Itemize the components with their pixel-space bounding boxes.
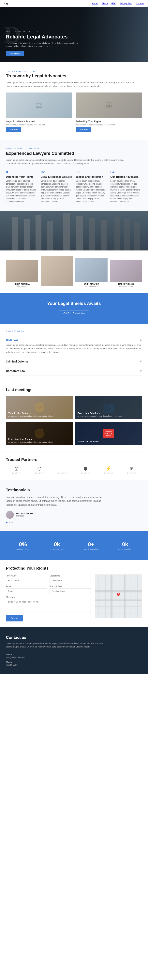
services-tag: OUR SERVICES	[6, 330, 142, 332]
nav-logo: logo	[4, 2, 9, 5]
email-label: Email	[6, 585, 47, 587]
message-input[interactable]	[6, 599, 91, 613]
first-name-label: First Name	[6, 574, 47, 577]
form-row-1: First Name Last Name	[6, 574, 91, 583]
meeting-card-4: MARCHFOR OURLIVES March For Our Lives	[75, 422, 142, 445]
team-member-2	[41, 256, 73, 287]
partner-name-3: CONTACT	[56, 472, 70, 474]
contact-desc: Lorem ipsum dolor sit amet, consectetur …	[6, 642, 105, 649]
protecting-title: Protecting Your Rights	[6, 566, 142, 571]
exp-text-1: Lorem ipsum dolor sit amet, consectetur …	[6, 180, 38, 203]
testimonial-text: Lorem ipsum dolor sit amet, consectetur …	[6, 495, 105, 507]
exp-text-2: Lorem ipsum dolor sit amet, consectetur …	[41, 180, 73, 203]
meeting-desc-3: At vero eos et accusam et justo duo dolo…	[8, 441, 70, 444]
team-role-3: Sales Manager	[75, 285, 108, 287]
nav-pricing[interactable]: Pricing Plan	[120, 2, 132, 5]
exp-item-4: 04 Our Trusted Advocates Lorem ipsum dol…	[110, 170, 142, 203]
shield-title: Your Legal Shields Awaits	[6, 301, 142, 306]
meeting-title-2: Expert Law Solutions	[78, 412, 140, 414]
card-1-btn[interactable]: Read More	[6, 127, 21, 132]
partner-icon-3: ⌗	[56, 466, 70, 471]
stat-label-3: Award Recognition	[76, 548, 106, 550]
shield-consultation-btn[interactable]: Get Free Consultation	[59, 310, 89, 317]
svg-rect-15	[110, 574, 112, 618]
meeting-desc-2: At vero eos et accusam et justo duo dolo…	[78, 415, 140, 417]
meeting-content-4: March For Our Lives	[78, 441, 140, 443]
submit-btn[interactable]: Submit	[6, 615, 23, 622]
contact-phone: Phone +1234-5566	[6, 661, 142, 666]
service-criminal-header[interactable]: Criminal Defense ∨	[6, 360, 142, 363]
dot-1[interactable]	[6, 522, 8, 523]
stats-section: 0% Satisfied Clients 0k Expert Advocate …	[0, 531, 148, 560]
first-name-input[interactable]	[6, 578, 47, 583]
partner-icon-1: ◎	[10, 466, 23, 471]
service-civil-name: Civil Law	[6, 339, 18, 342]
testimonial-dots	[6, 522, 142, 523]
contact-title: Contact us	[6, 635, 142, 640]
experienced-items: 01 Defending Your Rights Lorem ipsum dol…	[6, 170, 142, 203]
form-row-2: Email Practice Area	[6, 585, 91, 594]
exp-title-2: Legal Excellence Assured	[41, 175, 73, 178]
experienced-tag: YOUR TRUSTED ADVOCATES	[6, 148, 142, 150]
shield-section: Your Legal Shields Awaits Get Free Consu…	[0, 293, 148, 324]
partner-name-5: CONTACT	[102, 472, 115, 474]
stat-num-1: 0%	[8, 541, 38, 547]
exp-item-3: 03 Justice and Protection Lorem ipsum do…	[76, 170, 107, 203]
dot-3[interactable]	[11, 522, 13, 523]
partner-4: ⬢ CONTACT	[78, 466, 92, 474]
email-input[interactable]	[6, 588, 47, 594]
message-label: Message	[6, 596, 91, 598]
stat-item-4: 0k Damage Handled	[108, 537, 142, 554]
protecting-form: First Name Last Name Email Practice Area	[6, 574, 91, 622]
partner-5: ⚡ CONTACT	[102, 466, 115, 474]
meeting-title-1: Your Justice Partners	[8, 412, 70, 414]
stat-item-1: 0% Satisfied Clients	[6, 537, 40, 554]
partner-name-4: CONTACT	[78, 472, 92, 474]
testimonial-author: NAT REYNOLDS Manager	[6, 511, 142, 519]
exp-num-2: 02	[41, 170, 73, 174]
team-grid: CELIA ALMEIDA Office Manager JACK ALVARE…	[6, 256, 142, 287]
last-name-input[interactable]	[49, 578, 91, 583]
team-member-1: CELIA ALMEIDA Office Manager	[6, 260, 38, 287]
service-civil-header[interactable]: Civil Law ∧	[6, 338, 142, 342]
meeting-card-3: ✊ Protecting Your Rights At vero eos et …	[6, 422, 73, 445]
trustworthy-cards: ⚖ Legal Excellence Assured Sample text. …	[6, 92, 142, 132]
nav-faq[interactable]: FAQ	[111, 2, 116, 5]
nav-about[interactable]: About	[102, 2, 108, 5]
stat-item-3: 0+ Award Recognition	[74, 537, 108, 554]
partner-icon-4: ⬢	[78, 466, 92, 471]
hero-tag: JUSTICE AND PROTECTION	[6, 30, 81, 33]
meeting-content-3: Protecting Your Rights At vero eos et ac…	[8, 438, 70, 444]
contact-phone-label: Phone	[6, 661, 142, 663]
trustworthy-tag: EXPERT LAW SOLUTIONS	[6, 70, 142, 72]
card-2-btn[interactable]: Read More	[76, 127, 91, 132]
contact-email-label: Email	[6, 654, 142, 656]
chevron-up-icon: ∧	[140, 338, 142, 342]
svg-point-19	[118, 594, 119, 595]
team-section: CELIA ALMEIDA Office Manager JACK ALVARE…	[0, 250, 148, 293]
partner-2: ⬡ CONTACT	[33, 466, 46, 474]
nav-contact[interactable]: Contact	[136, 2, 144, 5]
services-section: OUR SERVICES Civil Law ∧ Lorem ipsum dol…	[0, 324, 148, 382]
contact-email: Email info@example.com	[6, 654, 142, 659]
card-1-caption: Sample text. Click to select the Text El…	[6, 124, 72, 126]
team-photo-2	[41, 256, 73, 286]
team-photo-4	[110, 260, 142, 282]
nav-home[interactable]: Home	[92, 2, 98, 5]
practice-group: Practice Area	[49, 585, 91, 594]
dot-2[interactable]	[9, 522, 10, 523]
service-corporate-law: Corporate Law ∨	[6, 366, 142, 376]
hero-read-more-btn[interactable]: Read More	[6, 51, 24, 56]
exp-title-4: Our Trusted Advocates	[110, 175, 142, 178]
practice-label: Practice Area	[49, 585, 91, 587]
service-corporate-header[interactable]: Corporate Law ∨	[6, 369, 142, 373]
hero-content: JUSTICE AND PROTECTION Reliable Legal Ad…	[6, 30, 81, 56]
columns-building-section	[0, 211, 148, 250]
team-photo-3	[75, 258, 108, 282]
partner-3: ⌗ CONTACT	[56, 466, 70, 474]
practice-input[interactable]	[49, 588, 91, 594]
last-name-group: Last Name	[49, 574, 91, 583]
meeting-card-1: ✊ Your Justice Partners At vero eos et a…	[6, 396, 73, 419]
partner-1: ◎ CONTACT	[10, 466, 23, 474]
svg-rect-16	[124, 574, 126, 618]
